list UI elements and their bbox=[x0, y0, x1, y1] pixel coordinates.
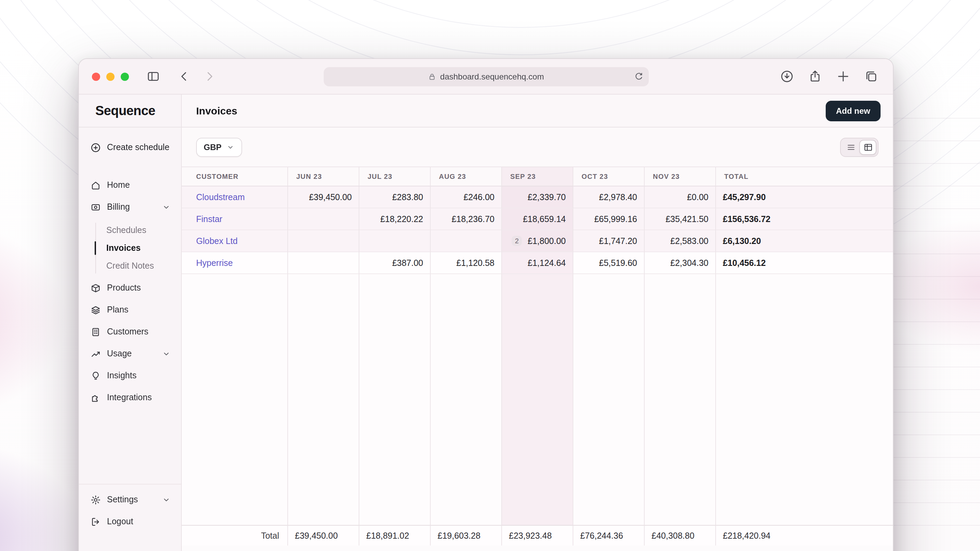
sidebar-item-insights[interactable]: Insights bbox=[79, 365, 181, 386]
amount: £2,304.30 bbox=[670, 258, 708, 268]
sidebar-subitem-label: Invoices bbox=[106, 243, 141, 253]
sidebar-item-label: Logout bbox=[107, 517, 133, 526]
sidebar-item-settings[interactable]: Settings bbox=[79, 489, 181, 511]
amount: £2,339.70 bbox=[528, 192, 566, 202]
sidebar-item-plans[interactable]: Plans bbox=[79, 299, 181, 321]
cell-value: £18,236.70 bbox=[431, 208, 502, 230]
refresh-icon[interactable] bbox=[633, 72, 643, 81]
amount: £18,659.14 bbox=[523, 214, 566, 224]
cell-value: £246.00 bbox=[431, 186, 502, 208]
cell-value: £0.00 bbox=[644, 186, 716, 208]
customer-link[interactable]: Hyperrise bbox=[182, 252, 288, 274]
invoice-count-badge: 2 bbox=[512, 236, 522, 246]
download-icon[interactable] bbox=[780, 70, 794, 83]
cell-value: £283.80 bbox=[360, 186, 431, 208]
sidebar-subnav: SchedulesInvoicesCredit Notes bbox=[79, 218, 181, 277]
chevron-down-icon bbox=[226, 143, 235, 151]
customer-link[interactable]: Globex Ltd bbox=[182, 230, 288, 252]
sidebar-item-home[interactable]: Home bbox=[79, 174, 181, 196]
sidebar-item-label: Home bbox=[107, 180, 130, 190]
insights-icon bbox=[91, 370, 101, 381]
cell-value: £387.00 bbox=[360, 252, 431, 274]
amount: £35,421.50 bbox=[665, 214, 708, 224]
sidebar-toggle-icon[interactable] bbox=[147, 70, 160, 83]
cell-value: £2,304.30 bbox=[644, 252, 716, 274]
sidebar-item-usage[interactable]: Usage bbox=[79, 343, 181, 365]
sidebar-item-logout[interactable]: Logout bbox=[79, 511, 181, 532]
sidebar-subitem-invoices[interactable]: Invoices bbox=[79, 239, 181, 257]
add-new-button[interactable]: Add new bbox=[826, 100, 881, 121]
forward-icon[interactable] bbox=[203, 70, 216, 83]
table-view-button[interactable] bbox=[859, 140, 877, 154]
cell-value: £1,120.58 bbox=[431, 252, 502, 274]
empty-cell bbox=[360, 274, 431, 525]
zoom-window-button[interactable] bbox=[121, 72, 129, 81]
sidebar-item-billing[interactable]: Billing bbox=[79, 196, 181, 218]
view-toggle bbox=[840, 137, 878, 157]
footer-column-total: £76,244.36 bbox=[573, 525, 644, 546]
chevron-down-icon bbox=[162, 495, 171, 504]
empty-cell bbox=[182, 274, 288, 525]
row-total: £156,536.72 bbox=[716, 208, 893, 230]
close-window-button[interactable] bbox=[92, 72, 100, 81]
amount: £1,747.20 bbox=[599, 236, 637, 246]
amount: £5,519.60 bbox=[599, 258, 637, 268]
customer-link[interactable]: Cloudstream bbox=[182, 186, 288, 208]
cell-value bbox=[431, 230, 502, 252]
list-view-icon bbox=[846, 142, 856, 152]
cell-value: £18,659.14 bbox=[502, 208, 573, 230]
address-bar[interactable]: dashboard.sequencehq.com bbox=[323, 67, 648, 86]
sidebar-subitem-credit-notes[interactable]: Credit Notes bbox=[79, 257, 181, 275]
sidebar-item-label: Settings bbox=[107, 495, 138, 504]
row-total: £10,456.12 bbox=[716, 252, 893, 274]
invoices-grid: CUSTOMERJUN 23JUL 23AUG 23SEP 23OCT 23NO… bbox=[182, 167, 893, 546]
sidebar-item-products[interactable]: Products bbox=[79, 277, 181, 299]
tab-overview-icon[interactable] bbox=[865, 70, 878, 83]
main-content: Invoices Add new GBP CUSTOMERJUN 23JUL 2… bbox=[182, 95, 893, 551]
cell-value: £18,220.22 bbox=[360, 208, 431, 230]
app-sidebar: Sequence Create schedule HomeBillingSche… bbox=[79, 95, 182, 551]
amount: £0.00 bbox=[687, 192, 708, 202]
list-view-button[interactable] bbox=[842, 140, 859, 154]
sidebar-item-customers[interactable]: Customers bbox=[79, 321, 181, 343]
table-view-icon bbox=[863, 142, 873, 152]
usage-icon bbox=[91, 348, 101, 359]
logout-icon bbox=[91, 516, 101, 527]
amount: £1,800.00 bbox=[528, 236, 566, 246]
back-icon[interactable] bbox=[178, 70, 191, 83]
currency-select[interactable]: GBP bbox=[196, 137, 242, 157]
amount: £18,236.70 bbox=[452, 214, 495, 224]
plus-icon[interactable] bbox=[837, 70, 850, 83]
sidebar-item-label: Billing bbox=[107, 202, 130, 212]
cell-value: £5,519.60 bbox=[573, 252, 644, 274]
sidebar-subitem-label: Schedules bbox=[106, 225, 146, 235]
empty-cell bbox=[288, 274, 360, 525]
sidebar-subitem-schedules[interactable]: Schedules bbox=[79, 221, 181, 239]
column-header-customer: CUSTOMER bbox=[182, 167, 288, 186]
cell-value bbox=[360, 230, 431, 252]
create-schedule-button[interactable]: Create schedule bbox=[79, 127, 181, 167]
page-header: Invoices Add new bbox=[182, 95, 893, 127]
footer-column-total: £18,891.02 bbox=[360, 525, 431, 546]
empty-cell bbox=[716, 274, 893, 525]
customer-link[interactable]: Finstar bbox=[182, 208, 288, 230]
column-header-total: TOTAL bbox=[716, 167, 893, 186]
cell-value bbox=[288, 230, 360, 252]
sidebar-item-integrations[interactable]: Integrations bbox=[79, 386, 181, 408]
currency-value: GBP bbox=[204, 142, 221, 152]
settings-icon bbox=[91, 494, 101, 505]
amount: £246.00 bbox=[464, 192, 495, 202]
amount: £387.00 bbox=[392, 258, 423, 268]
amount: £1,120.58 bbox=[457, 258, 495, 268]
column-header-nov-23: NOV 23 bbox=[644, 167, 716, 186]
products-icon bbox=[91, 283, 101, 293]
footer-total-label: Total bbox=[182, 525, 288, 546]
minimize-window-button[interactable] bbox=[106, 72, 115, 81]
customers-icon bbox=[91, 327, 101, 337]
row-total: £6,130.20 bbox=[716, 230, 893, 252]
chevron-down-icon bbox=[162, 203, 171, 211]
cell-value: £2,583.00 bbox=[644, 230, 716, 252]
amount: £18,220.22 bbox=[380, 214, 423, 224]
share-icon[interactable] bbox=[808, 70, 822, 83]
toolbar: GBP bbox=[182, 127, 893, 167]
